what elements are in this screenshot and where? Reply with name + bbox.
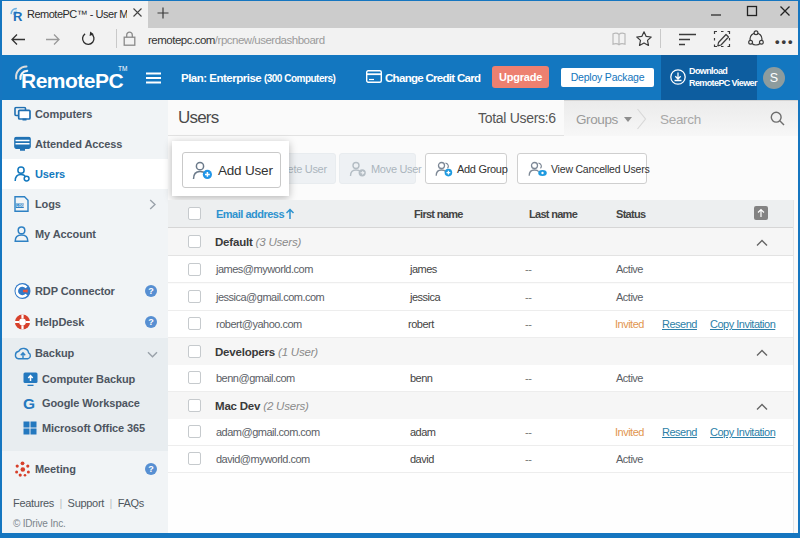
svg-text:LOG: LOG (16, 204, 24, 208)
svg-text:G: G (23, 396, 35, 411)
svg-text:R: R (13, 9, 23, 23)
svg-text:RemotePC: RemotePC (21, 69, 124, 92)
svg-text:TM: TM (118, 65, 127, 72)
